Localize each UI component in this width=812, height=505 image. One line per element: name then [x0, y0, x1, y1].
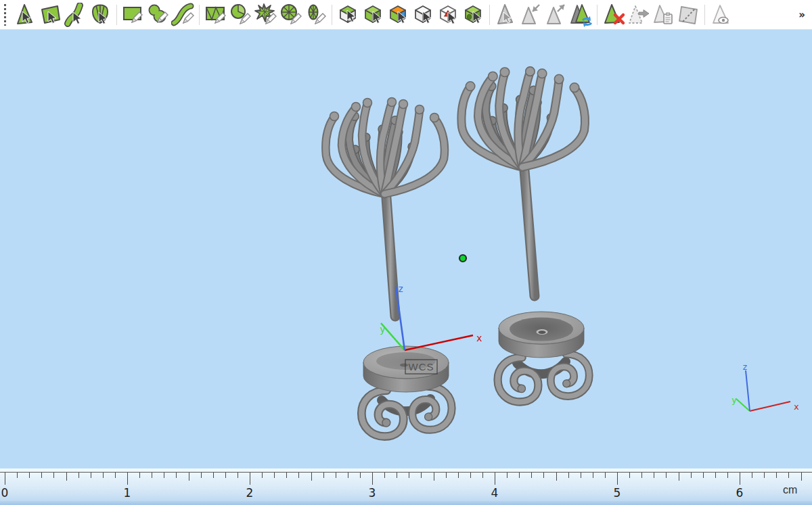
ruler-tick [311, 473, 312, 481]
axis-z-label: z [398, 283, 403, 294]
mesh-rectangle-brush-icon [204, 3, 228, 27]
ruler-tick [629, 473, 630, 478]
cube-through-hole-select-button[interactable] [461, 2, 486, 28]
select-plane-button[interactable] [38, 2, 63, 28]
star-brush-icon [254, 3, 278, 27]
cube-top-face-select-icon [336, 3, 361, 27]
ruler-tick [654, 473, 654, 478]
ruler-tick [703, 473, 704, 478]
rotation-center-marker [459, 255, 466, 262]
toolbar-drag-handle[interactable] [4, 4, 7, 26]
ruler-tick [225, 473, 226, 478]
model-scroll-ring-right[interactable] [498, 312, 589, 402]
ruler-tick [213, 473, 214, 478]
wcs-label-text: WCS [409, 361, 434, 372]
axis-x-label: x [476, 333, 482, 343]
cut-with-plane-button[interactable] [676, 2, 701, 28]
move-selection-button[interactable] [626, 2, 651, 28]
ruler-tick [543, 473, 544, 478]
select-shell-icon [89, 3, 113, 27]
model-viewport[interactable]: x y z WCS x y z [0, 30, 812, 468]
ruler-tick [348, 473, 348, 478]
mini-axis-z-label: z [742, 362, 748, 372]
ruler-tick [91, 473, 91, 478]
ruler-tick [5, 473, 5, 485]
circle-sectors-brush-button[interactable] [278, 2, 303, 28]
ellipse-sectors-brush-button[interactable] [303, 2, 328, 28]
ruler-tick [434, 473, 434, 481]
model-casting-tree-left[interactable] [325, 98, 445, 317]
ruler-tick [531, 473, 532, 478]
toolbar-overflow-chevron[interactable]: » [798, 9, 805, 21]
model-casting-tree-right[interactable] [461, 67, 585, 296]
viewport-canvas: x y z WCS x y z [0, 30, 812, 468]
grow-selection-icon [519, 3, 543, 27]
cube-green-select-icon [361, 3, 386, 27]
ruler-tick [323, 473, 324, 478]
selection-pointer-disabled-button[interactable] [493, 2, 518, 28]
ruler-tick [568, 473, 569, 478]
ellipse-sectors-brush-icon [304, 3, 328, 27]
select-triangles-icon [14, 3, 38, 27]
orientation-axes: x y z [731, 362, 799, 412]
hemisphere-brush-button[interactable] [228, 2, 253, 28]
mini-axis-x-label: x [794, 402, 799, 412]
shrink-selection-button[interactable] [543, 2, 568, 28]
mesh-rectangle-brush-button[interactable] [203, 2, 228, 28]
triangle-selection-toolbar: » [0, 0, 812, 30]
ruler-tick [360, 473, 361, 478]
ruler-tick [274, 473, 275, 478]
ruler-tick [752, 473, 752, 478]
toolbar-separator [332, 5, 332, 25]
select-curved-surface-button[interactable] [63, 2, 88, 28]
cube-inner-part-select-button[interactable] [436, 2, 461, 28]
ruler-tick [384, 473, 385, 478]
axis-y-label: y [380, 324, 385, 335]
ruler-tick [103, 473, 104, 478]
show-selection-button[interactable] [708, 2, 734, 28]
delete-selection-icon [602, 3, 626, 27]
invert-selection-button[interactable] [568, 2, 593, 28]
ruler-tick [801, 473, 802, 481]
select-shell-button[interactable] [88, 2, 113, 28]
ruler-tick [641, 473, 642, 478]
cube-color-faces-select-icon [386, 3, 411, 27]
ruler-tick [776, 473, 777, 478]
ruler-tick [298, 473, 299, 478]
ruler-tick [482, 473, 483, 478]
cube-top-face-select-button[interactable] [336, 2, 361, 28]
ruler-tick [372, 473, 373, 485]
ruler-tick [397, 473, 397, 478]
copy-selection-button[interactable] [651, 2, 676, 28]
delete-selection-button[interactable] [601, 2, 626, 28]
hemisphere-brush-icon [229, 3, 253, 27]
ruler-number: 1 [124, 486, 131, 500]
ruler-tick [446, 473, 447, 478]
ruler-tick [78, 473, 79, 478]
cube-white-select-button[interactable] [411, 2, 436, 28]
brush-rectangle-select-icon [121, 3, 145, 27]
ruler-tick [336, 473, 336, 478]
ruler-tick [262, 473, 263, 478]
ruler-tick [458, 473, 459, 478]
cube-green-select-button[interactable] [361, 2, 386, 28]
ruler-tick [617, 473, 618, 485]
brush-curve-select-button[interactable] [171, 2, 196, 28]
toolbar-separator [489, 5, 490, 25]
brush-blob-select-button[interactable] [145, 2, 171, 28]
ruler-unit-label: cm [783, 484, 797, 496]
select-triangles-button[interactable] [13, 2, 38, 28]
brush-rectangle-select-button[interactable] [120, 2, 145, 28]
ruler-tick [41, 473, 42, 478]
ruler-tick [53, 473, 54, 478]
brush-curve-select-icon [171, 3, 196, 27]
star-brush-button[interactable] [253, 2, 278, 28]
copy-selection-icon [652, 3, 676, 27]
ruler-tick [201, 473, 202, 478]
show-selection-icon [709, 3, 734, 27]
ruler-tick [29, 473, 30, 478]
ruler-number: 4 [491, 486, 499, 500]
ruler-number: 5 [614, 486, 621, 500]
cube-color-faces-select-button[interactable] [386, 2, 411, 28]
grow-selection-button[interactable] [518, 2, 543, 28]
